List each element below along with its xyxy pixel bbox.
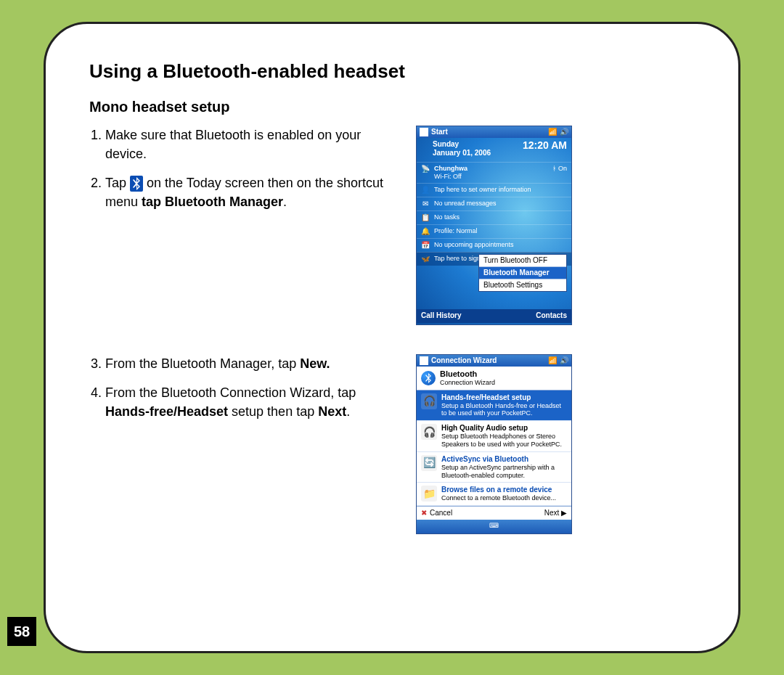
tasks-row: No tasks [434,213,460,221]
step-3: From the Bluetooth Manager, tap New. [105,354,394,373]
wizard-as-desc: Setup an ActiveSync partnership with a B… [441,464,567,480]
page-title: Using a Bluetooth-enabled headset [89,60,695,83]
screenshot-connection-wizard: ⊞ Connection Wizard 📶 🔊 Bluetooth [416,354,572,534]
keyboard-icon[interactable]: ⌨ [489,522,499,529]
carrier-icon: 📡 [421,165,430,173]
profile-row: Profile: Normal [434,227,478,235]
volume-icon: 🔊 [560,128,568,136]
profile-icon: 🔔 [421,227,430,236]
headset-icon: 🎧 [421,393,437,409]
signal-icon: 📶 [548,356,557,365]
section-title: Mono headset setup [89,99,695,115]
sync-icon: 🔄 [421,455,437,471]
wizard-item-hqaudio[interactable]: 🎧 High Quality Audio setup Setup Bluetoo… [417,421,571,452]
step-2-bold: tap Bluetooth Manager [142,195,283,209]
softkey-right[interactable]: Contacts [536,311,567,320]
appointments-row: No upcoming appointments [434,241,514,249]
next-button[interactable]: Next ▶ [544,509,567,518]
wizard-item-activesync[interactable]: 🔄 ActiveSync via Bluetooth Setup an Acti… [417,452,571,483]
signal-icon: 📶 [548,128,557,136]
folder-icon: 📁 [421,486,437,502]
step-4-text-a: From the Bluetooth Connection Wizard, ta… [105,385,356,400]
volume-icon: 🔊 [560,356,568,365]
popup-bluetooth-manager[interactable]: Bluetooth Manager [479,267,566,279]
cancel-button[interactable]: Cancel [421,509,452,518]
carrier-name: Chunghwa [434,165,548,173]
messages-row: No unread messages [434,200,497,208]
bluetooth-logo-icon [421,371,436,385]
windows-icon: ⊞ [420,128,428,136]
step-3-bold: New. [300,356,330,371]
titlebar-label-2: Connection Wizard [431,356,497,365]
step-4-text-end: . [346,404,350,419]
wizard-br-desc: Connect to a remote Bluetooth device... [441,494,556,502]
wizard-header-title: Bluetooth [440,369,495,379]
softkey-left[interactable]: Call History [421,311,462,320]
windows-icon: ⊞ [420,356,428,365]
screenshot-today-screen: ⊞ Start 📶 🔊 Sunday January 01, 2006 12:2… [416,126,572,325]
wizard-item-handsfree[interactable]: 🎧 Hands-free/Headset setup Setup a Bluet… [417,390,571,422]
step-2: Tap on the Today screen then on the shor… [105,173,394,211]
step-4-bold-2: Next [318,404,346,419]
page-number: 58 [7,617,36,646]
step-3-text: From the Bluetooth Manager, tap [105,356,300,371]
step-2-text-c: . [283,195,287,209]
wizard-hq-desc: Setup Bluetooth Headphones or Stereo Spe… [441,433,567,449]
wifi-status: Wi-Fi: Off [434,173,548,181]
bluetooth-popup-menu: Turn Bluetooth OFF Bluetooth Manager Blu… [478,254,567,292]
wizard-hf-title: Hands-free/Headset setup [441,393,567,402]
owner-row: Tap here to set owner information [434,186,531,194]
step-2-text-a: Tap [105,176,130,190]
popup-turn-off[interactable]: Turn Bluetooth OFF [479,255,566,267]
wizard-hq-title: High Quality Audio setup [441,424,567,433]
step-4: From the Bluetooth Connection Wizard, ta… [105,383,394,421]
today-time: 12:20 AM [523,139,567,152]
bluetooth-icon [130,176,143,192]
bluetooth-status: On [558,165,567,172]
titlebar-label: Start [431,128,448,136]
calendar-icon: 📅 [421,241,430,250]
step-1: Make sure that Bluetooth is enabled on y… [105,126,394,163]
bluetooth-status-icon: ᚼ [552,165,556,172]
wizard-br-title: Browse files on a remote device [441,486,556,494]
step-4-text-mid: setup then tap [232,404,318,419]
wizard-header-sub: Connection Wizard [440,379,495,387]
wizard-hf-desc: Setup a Bluetooth Hands-free or Headset … [441,402,567,418]
messages-icon: ✉ [421,200,430,208]
owner-icon: 👤 [421,186,430,195]
headphones-icon: 🎧 [421,424,437,440]
popup-bluetooth-settings[interactable]: Bluetooth Settings [479,279,566,291]
msn-icon: 🦋 [421,255,430,263]
wizard-item-browse[interactable]: 📁 Browse files on a remote device Connec… [417,483,571,506]
tasks-icon: 📋 [421,213,430,222]
wizard-as-title: ActiveSync via Bluetooth [441,455,567,464]
step-4-bold-1: Hands-free/Headset [105,404,228,419]
